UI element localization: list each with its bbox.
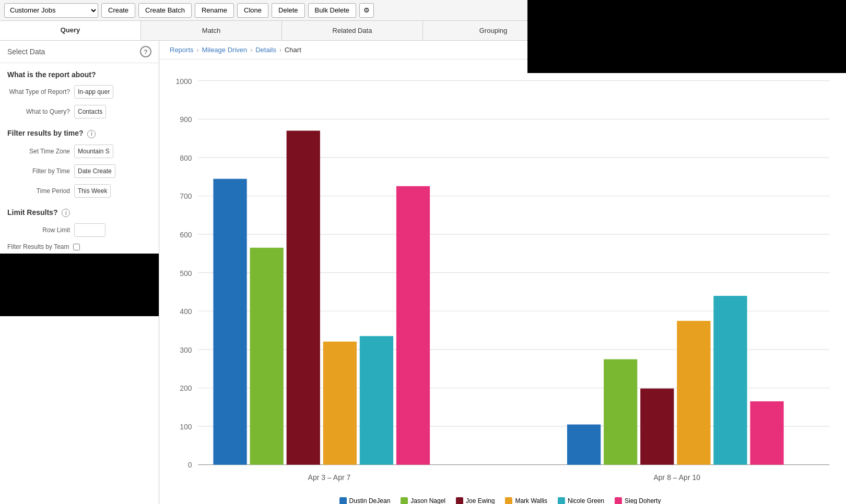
row-limit-label: Row Limit [7, 226, 70, 234]
bar-group2-mark [677, 321, 710, 465]
bar-group1-sieg [396, 186, 430, 465]
rename-button[interactable]: Rename [195, 3, 234, 18]
breadcrumb-sep-1: › [197, 46, 199, 54]
legend-joe-box [456, 497, 463, 504]
report-type-value[interactable]: In-app quer [74, 85, 113, 99]
filter-by-team-label: Filter Results by Team [7, 243, 69, 250]
right-panel: Reports › Mileage Driven › Details › Cha… [159, 41, 846, 504]
create-button[interactable]: Create [101, 3, 135, 18]
legend-mark-label: Mark Wallis [515, 497, 547, 504]
filter-by-time-value[interactable]: Date Create [74, 164, 115, 178]
legend-jason-box [401, 497, 408, 504]
time-period-label: Time Period [7, 187, 70, 195]
bar-chart: 1000 900 800 700 600 500 400 [164, 65, 836, 493]
filter-time-title: Filter results by time? i [0, 122, 159, 141]
svg-text:600: 600 [180, 231, 192, 239]
legend-sieg: Sieg Doherty [615, 497, 661, 504]
legend-dustin: Dustin DeJean [339, 497, 391, 504]
timezone-value[interactable]: Mountain S [74, 145, 113, 158]
clone-button[interactable]: Clone [237, 3, 268, 18]
svg-text:100: 100 [180, 423, 192, 431]
help-icon[interactable]: ? [140, 46, 151, 57]
svg-text:800: 800 [180, 154, 192, 162]
chart-legend: Dustin DeJean Jason Nagel Joe Ewing Mark… [164, 493, 836, 504]
legend-dustin-box [339, 497, 347, 504]
dropdown-customer-jobs[interactable]: Customer Jobs [4, 3, 98, 18]
tab-query[interactable]: Query [0, 21, 141, 40]
svg-text:700: 700 [180, 192, 192, 200]
bar-group2-dustin [567, 425, 601, 465]
chart-container: 1000 900 800 700 600 500 400 [159, 59, 846, 504]
select-data-label: Select Data [7, 47, 45, 56]
svg-text:900: 900 [180, 115, 192, 124]
svg-text:0: 0 [188, 461, 192, 469]
bulk-delete-button[interactable]: Bulk Delete [308, 3, 356, 18]
filter-by-time-row: Filter by Time Date Create [0, 161, 159, 181]
main-layout: Select Data ? What is the report about? … [0, 41, 846, 504]
row-limit-input[interactable] [74, 223, 105, 237]
bar-group2-joe [640, 389, 674, 465]
legend-jason-label: Jason Nagel [410, 497, 445, 504]
legend-joe-label: Joe Ewing [466, 497, 495, 504]
legend-nicole-box [558, 497, 565, 504]
group2-label: Apr 8 – Apr 10 [654, 473, 701, 482]
time-period-value[interactable]: This Week [74, 184, 111, 198]
legend-sieg-label: Sieg Doherty [625, 497, 661, 504]
left-panel-header: Select Data ? [0, 41, 159, 63]
tab-match[interactable]: Match [141, 21, 282, 40]
breadcrumb-sep-3: › [279, 46, 281, 54]
legend-nicole: Nicole Green [558, 497, 604, 504]
breadcrumb-reports[interactable]: Reports [170, 46, 194, 54]
group1-label: Apr 3 – Apr 7 [308, 473, 351, 482]
black-bottom-block [0, 254, 159, 316]
breadcrumb-mileage-driven[interactable]: Mileage Driven [202, 46, 248, 54]
time-period-row: Time Period This Week [0, 181, 159, 201]
create-batch-button[interactable]: Create Batch [138, 3, 192, 18]
delete-button[interactable]: Delete [272, 3, 305, 18]
tab-related-data[interactable]: Related Data [282, 21, 423, 40]
bar-group2-nicole [713, 296, 747, 465]
bar-group1-jason [250, 248, 284, 465]
breadcrumb-details[interactable]: Details [255, 46, 276, 54]
legend-joe: Joe Ewing [456, 497, 495, 504]
report-type-label: What Type of Report? [7, 88, 70, 95]
left-panel: Select Data ? What is the report about? … [0, 41, 159, 504]
what-to-query-label: What to Query? [7, 108, 70, 115]
legend-nicole-label: Nicole Green [568, 497, 604, 504]
svg-text:300: 300 [180, 346, 192, 354]
limit-results-title: Limit Results? i [0, 201, 159, 221]
filter-by-team-row: Filter Results by Team [0, 240, 159, 254]
legend-dustin-label: Dustin DeJean [349, 497, 391, 504]
bar-group2-sieg [750, 401, 783, 464]
svg-text:500: 500 [180, 269, 192, 278]
legend-mark-box [505, 497, 512, 504]
row-limit-row: Row Limit [0, 220, 159, 240]
svg-text:200: 200 [180, 384, 192, 392]
bar-group2-jason [604, 359, 637, 465]
filter-time-info-icon[interactable]: i [87, 130, 96, 138]
breadcrumb-current: Chart [285, 46, 301, 54]
timezone-label: Set Time Zone [7, 148, 70, 155]
bar-group1-dustin [213, 179, 246, 465]
svg-text:400: 400 [180, 307, 192, 316]
settings-button[interactable]: ⚙ [359, 3, 374, 18]
what-to-query-row: What to Query? Contacts [0, 102, 159, 122]
legend-jason: Jason Nagel [401, 497, 445, 504]
svg-text:1000: 1000 [175, 77, 192, 86]
legend-sieg-box [615, 497, 622, 504]
legend-mark: Mark Wallis [505, 497, 547, 504]
what-to-query-value[interactable]: Contacts [74, 105, 106, 118]
bar-group1-joe [287, 130, 320, 464]
filter-by-team-checkbox[interactable] [73, 244, 80, 250]
bar-group1-nicole [360, 336, 393, 464]
limit-results-info-icon[interactable]: i [62, 209, 70, 217]
chart-svg-wrapper: 1000 900 800 700 600 500 400 [164, 65, 836, 493]
timezone-row: Set Time Zone Mountain S [0, 141, 159, 161]
bar-group1-mark [323, 342, 357, 465]
breadcrumb-sep-2: › [250, 46, 252, 54]
report-about-title: What is the report about? [0, 63, 159, 82]
filter-by-time-label: Filter by Time [7, 167, 70, 175]
report-type-row: What Type of Report? In-app quer [0, 82, 159, 102]
